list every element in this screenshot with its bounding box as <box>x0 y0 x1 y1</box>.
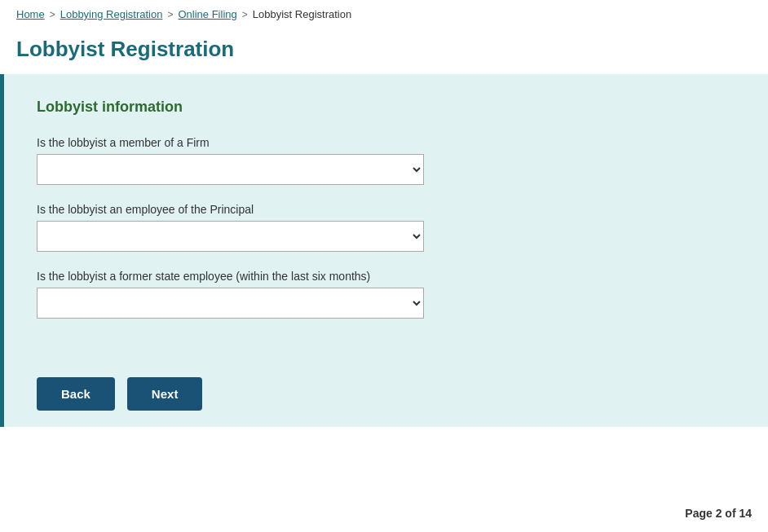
breadcrumb-home[interactable]: Home <box>16 8 45 20</box>
select-former-state-employee[interactable]: Yes No <box>37 288 424 319</box>
nav-buttons: Back Next <box>4 361 768 427</box>
select-firm-member[interactable]: Yes No <box>37 154 424 185</box>
field-group-principal-employee: Is the lobbyist an employee of the Princ… <box>37 203 735 252</box>
page-indicator: Page 2 of 14 <box>685 507 752 520</box>
separator-3: > <box>242 9 248 20</box>
content-area: Lobbyist information Is the lobbyist a m… <box>0 74 768 427</box>
field-group-former-state-employee: Is the lobbyist a former state employee … <box>37 270 735 319</box>
breadcrumb-online-filing[interactable]: Online Filing <box>178 8 236 20</box>
breadcrumb: Home > Lobbying Registration > Online Fi… <box>0 0 768 29</box>
separator-1: > <box>50 9 55 20</box>
next-button[interactable]: Next <box>127 377 203 411</box>
label-firm-member: Is the lobbyist a member of a Firm <box>37 136 735 149</box>
separator-2: > <box>167 9 173 20</box>
field-group-firm-member: Is the lobbyist a member of a Firm Yes N… <box>37 136 735 185</box>
form-section: Lobbyist information Is the lobbyist a m… <box>4 74 768 361</box>
label-principal-employee: Is the lobbyist an employee of the Princ… <box>37 203 735 216</box>
label-former-state-employee: Is the lobbyist a former state employee … <box>37 270 735 283</box>
page-title: Lobbyist Registration <box>16 37 752 62</box>
select-principal-employee[interactable]: Yes No <box>37 221 424 252</box>
page-wrapper: Home > Lobbying Registration > Online Fi… <box>0 0 768 532</box>
page-indicator-text: Page 2 of 14 <box>685 507 752 520</box>
page-title-area: Lobbyist Registration <box>0 29 768 74</box>
back-button[interactable]: Back <box>37 377 115 411</box>
section-title: Lobbyist information <box>37 99 735 116</box>
breadcrumb-lobbying-registration[interactable]: Lobbying Registration <box>60 8 163 20</box>
breadcrumb-current: Lobbyist Registration <box>253 8 351 20</box>
